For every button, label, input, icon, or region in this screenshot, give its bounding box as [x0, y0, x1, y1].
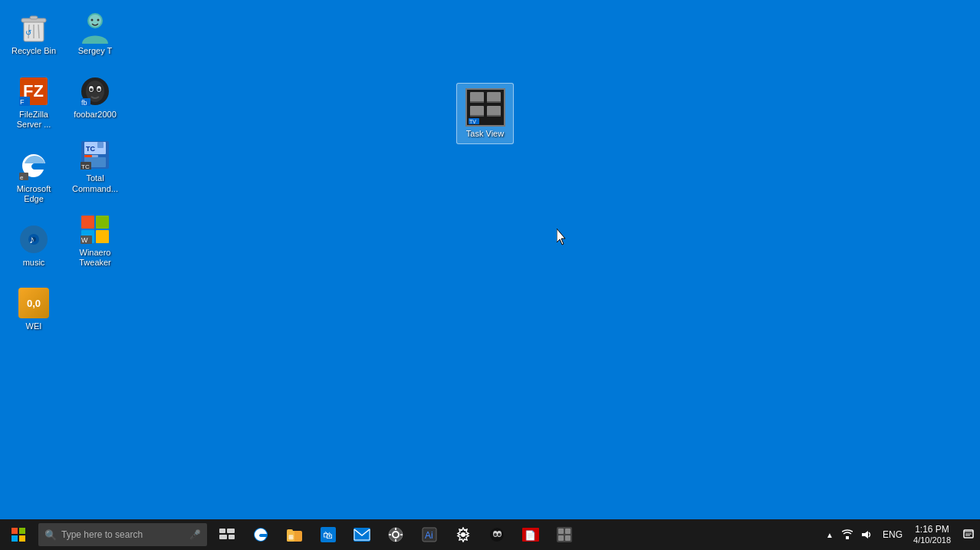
recycle-bin-label: Recycle Bin: [12, 46, 56, 56]
microphone-icon[interactable]: 🎤: [189, 529, 201, 540]
edge-desktop-label: Microsoft Edge: [6, 184, 61, 204]
svg-text:TV: TV: [469, 119, 476, 124]
tray-icon-volume[interactable]: [857, 519, 875, 550]
svg-rect-51: [487, 92, 501, 103]
svg-rect-100: [846, 536, 849, 539]
svg-point-31: [90, 88, 93, 91]
svg-text:F: F: [20, 98, 25, 106]
svg-rect-47: [96, 230, 109, 243]
svg-rect-44: [81, 216, 94, 229]
taskbar-edge[interactable]: [244, 519, 278, 550]
sergey-t-image: [80, 12, 110, 43]
svg-rect-53: [487, 106, 501, 117]
svg-rect-50: [470, 92, 484, 103]
music-icon[interactable]: ♪ music: [3, 218, 64, 274]
svg-rect-97: [565, 529, 571, 534]
task-view-desktop-icon[interactable]: TV Task View: [456, 83, 514, 144]
wei-icon[interactable]: 0,0 WEI: [3, 282, 64, 338]
recycle-bin-image: ↺: [18, 12, 49, 43]
task-view-selected-label: Task View: [466, 129, 504, 139]
svg-rect-41: [84, 155, 92, 157]
svg-marker-101: [862, 531, 868, 538]
svg-rect-55: [487, 101, 501, 103]
taskbar-store[interactable]: 🛍: [311, 519, 345, 550]
svg-rect-57: [487, 115, 501, 117]
sergey-t-icon[interactable]: Sergey T: [64, 6, 126, 62]
taskbar-task-view[interactable]: [210, 519, 244, 550]
mouse-cursor: [557, 229, 566, 244]
edge-desktop-icon[interactable]: e Microsoft Edge: [3, 144, 64, 210]
notification-center-button[interactable]: [957, 519, 980, 550]
foobar2000-icon[interactable]: fb foobar2000: [64, 70, 126, 126]
svg-point-24: [97, 19, 100, 21]
svg-rect-45: [96, 216, 109, 229]
svg-rect-60: [12, 528, 18, 534]
search-bar[interactable]: 🔍 Type here to search 🎤: [38, 523, 207, 546]
taskbar-app9[interactable]: [480, 519, 514, 550]
svg-rect-62: [12, 535, 18, 542]
chevron-up-icon: ▲: [826, 531, 834, 539]
svg-rect-96: [558, 529, 564, 534]
svg-rect-99: [565, 535, 571, 541]
taskbar-app7[interactable]: Ai: [413, 519, 446, 550]
svg-text:📄: 📄: [525, 529, 536, 541]
svg-rect-52: [470, 106, 484, 117]
svg-rect-56: [470, 115, 484, 117]
svg-line-5: [38, 25, 39, 38]
wei-icon-text: 0,0: [27, 298, 41, 309]
taskbar-app11[interactable]: [548, 519, 581, 550]
filezilla-label: FileZilla Server ...: [6, 110, 61, 130]
svg-text:⊞: ⊞: [288, 534, 294, 541]
svg-point-32: [97, 88, 100, 91]
show-hidden-icons-button[interactable]: ▲: [824, 519, 835, 550]
wei-label: WEI: [26, 321, 42, 331]
winaero-image: W: [80, 214, 110, 245]
total-commander-image: TC TC: [80, 140, 110, 170]
taskbar-app6[interactable]: [379, 519, 413, 550]
taskbar-mail[interactable]: [345, 519, 379, 550]
winaero-icon[interactable]: W Winaero Tweaker: [64, 208, 126, 274]
system-tray: ▲ ENG 1:16 PM 4: [824, 519, 980, 550]
task-view-image: TV: [465, 88, 505, 127]
wei-image: 0,0: [18, 288, 49, 318]
edge-desktop-image: e: [18, 150, 49, 181]
tray-icons: [835, 519, 878, 550]
svg-point-87: [461, 532, 465, 537]
svg-rect-98: [558, 535, 564, 541]
filezilla-icon[interactable]: FZ F FileZilla Server ...: [3, 70, 64, 136]
tray-icon-network[interactable]: [838, 519, 857, 550]
language-text: ENG: [883, 529, 903, 540]
search-bar-icon: 🔍: [44, 529, 57, 541]
taskbar-settings[interactable]: [446, 519, 480, 550]
svg-text:W: W: [81, 236, 88, 244]
svg-rect-65: [227, 529, 235, 533]
language-indicator[interactable]: ENG: [878, 519, 907, 550]
winaero-label: Winaero Tweaker: [67, 248, 123, 268]
foobar2000-image: fb: [80, 76, 110, 107]
start-button[interactable]: [0, 519, 37, 550]
foobar2000-label: foobar2000: [74, 110, 117, 120]
svg-text:e: e: [20, 174, 24, 180]
music-label: music: [23, 258, 45, 268]
svg-rect-2: [30, 16, 38, 19]
taskbar-file-explorer[interactable]: ⊞: [278, 519, 311, 550]
music-image: ♪: [18, 224, 49, 255]
svg-text:♪: ♪: [29, 233, 35, 245]
svg-rect-61: [19, 528, 25, 534]
svg-rect-63: [19, 535, 25, 542]
taskbar-app10[interactable]: 📄: [514, 519, 548, 550]
svg-rect-37: [97, 142, 104, 148]
taskbar-apps: ⊞ 🛍: [210, 519, 581, 550]
recycle-bin-icon[interactable]: ↺ Recycle Bin: [3, 6, 64, 62]
svg-rect-64: [219, 529, 225, 533]
svg-text:TC: TC: [86, 145, 95, 153]
svg-text:Ai: Ai: [425, 530, 433, 541]
system-clock[interactable]: 1:16 PM 4/10/2018: [907, 519, 957, 550]
svg-rect-67: [229, 535, 235, 539]
svg-text:TC: TC: [81, 163, 90, 170]
svg-point-23: [91, 19, 94, 21]
total-commander-icon[interactable]: TC TC Total Command...: [64, 133, 126, 199]
svg-point-92: [498, 533, 501, 536]
svg-rect-54: [470, 101, 484, 103]
svg-rect-75: [354, 528, 370, 542]
